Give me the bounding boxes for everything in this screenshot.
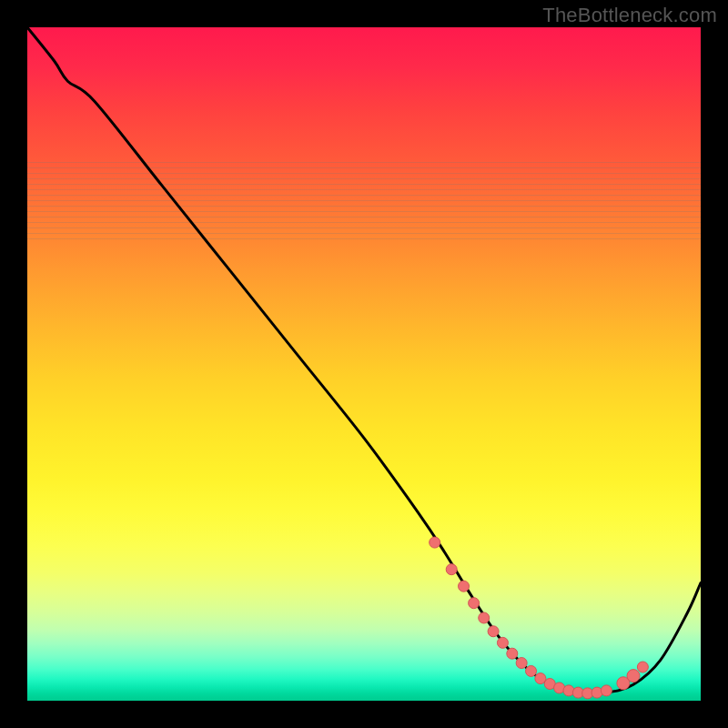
highlight-dot <box>446 564 457 575</box>
bottleneck-curve <box>27 27 701 693</box>
chart-frame: TheBottleneck.com <box>0 0 728 728</box>
highlight-dot <box>516 658 527 669</box>
highlight-dot <box>459 581 470 592</box>
chart-svg <box>27 27 701 701</box>
highlight-dot <box>601 685 612 696</box>
highlight-dot <box>497 637 508 648</box>
highlight-dot <box>526 665 537 676</box>
plot-area <box>27 27 701 701</box>
highlight-dot <box>430 537 440 548</box>
highlight-dot <box>488 626 499 637</box>
highlight-dot <box>507 648 518 659</box>
highlight-dot <box>627 670 640 682</box>
highlight-dot <box>469 598 480 609</box>
watermark-text: TheBottleneck.com <box>542 4 717 27</box>
highlight-dot <box>637 662 648 672</box>
highlight-dot <box>479 612 490 623</box>
